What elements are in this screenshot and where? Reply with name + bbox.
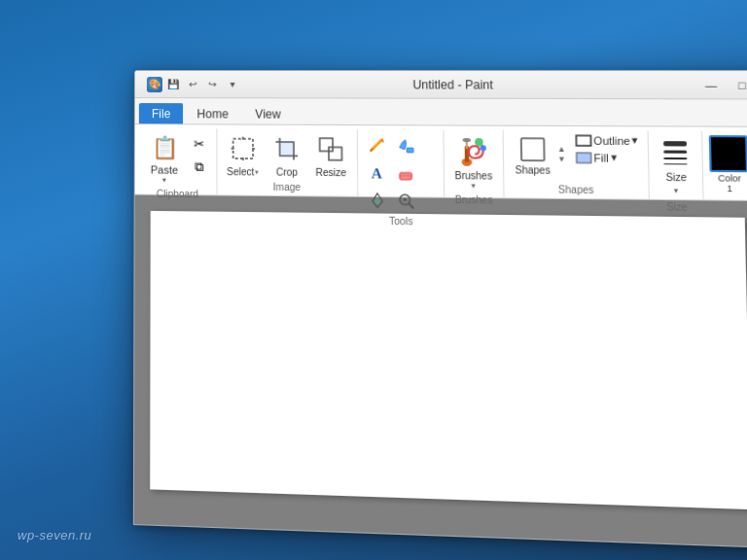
title-bar: 💾 ↩ ↪ ▾ Untitled - Paint — □ ✕ — [135, 71, 747, 100]
shape-scroll-down[interactable]: ▼ — [557, 156, 566, 163]
paste-label: Paste — [151, 163, 178, 175]
svg-rect-6 — [320, 138, 333, 151]
tab-home[interactable]: Home — [184, 103, 241, 123]
fill-label: Fill — [593, 152, 608, 164]
app-icon — [147, 77, 162, 92]
svg-rect-28 — [521, 138, 545, 160]
image-items: Select ▾ — [223, 129, 350, 181]
zoom-tool[interactable] — [393, 188, 419, 214]
svg-rect-29 — [576, 135, 590, 145]
fill-option[interactable]: Fill ▾ — [572, 150, 642, 165]
crop-tool[interactable]: Crop — [267, 131, 306, 178]
size-line-thick — [664, 141, 688, 146]
customize-quick-btn[interactable]: ▾ — [223, 76, 240, 93]
resize-label: Resize — [315, 167, 346, 179]
clipboard-label: Clipboard — [145, 187, 211, 203]
select-icon — [226, 131, 262, 167]
shapes-items: Shapes ▲ ▼ — [510, 130, 643, 183]
maximize-button[interactable]: □ — [728, 71, 747, 99]
size-arrow: ▾ — [674, 186, 679, 195]
svg-point-16 — [375, 199, 379, 203]
brushes-button[interactable]: Brushes ▾ — [450, 132, 497, 192]
crop-label: Crop — [276, 166, 298, 177]
drawing-canvas[interactable] — [150, 211, 747, 509]
colors-group: Color1 Color2 — [703, 131, 747, 202]
color-picker-tool[interactable] — [364, 188, 390, 214]
ribbon-tabs: File Home View — [135, 98, 747, 126]
color1-label: Color1 — [718, 174, 741, 194]
select-arrow: ▾ — [256, 168, 260, 176]
color1-container: Color1 — [709, 135, 747, 194]
shapes-label: Shapes — [510, 182, 642, 199]
outline-label: Outline — [593, 134, 630, 147]
svg-rect-7 — [329, 147, 342, 159]
redo-quick-btn[interactable]: ↪ — [203, 76, 221, 93]
image-label: Image — [224, 179, 351, 196]
resize-tool[interactable]: Resize — [310, 131, 351, 178]
shape-scroll-up[interactable]: ▲ — [557, 146, 566, 154]
fill-arrow: ▾ — [611, 151, 618, 164]
paste-button[interactable]: 📋 Paste ▾ — [145, 130, 184, 187]
colors-items: Color1 Color2 — [709, 131, 747, 201]
svg-rect-0 — [233, 139, 253, 158]
paint-window: 💾 ↩ ↪ ▾ Untitled - Paint — □ ✕ File Home… — [133, 70, 747, 549]
quick-access-toolbar: 💾 ↩ ↪ ▾ — [143, 76, 245, 93]
brushes-arrow: ▾ — [472, 181, 476, 190]
size-button[interactable]: Size ▾ — [656, 133, 697, 200]
text-tool[interactable]: A — [364, 159, 390, 186]
shapes-gallery-label: Shapes — [516, 164, 551, 176]
tab-view[interactable]: View — [242, 103, 294, 123]
svg-line-18 — [409, 204, 413, 208]
save-quick-btn[interactable]: 💾 — [164, 76, 182, 93]
fill-tool[interactable] — [392, 131, 418, 158]
paste-icon: 📋 — [149, 132, 180, 163]
shapes-gallery: Shapes ▲ ▼ — [510, 132, 566, 177]
brushes-group: Brushes ▾ Brushes — [445, 130, 505, 198]
svg-point-26 — [476, 138, 484, 146]
watermark: wp-seven.ru — [18, 528, 91, 542]
size-items: Size ▾ — [656, 131, 697, 200]
outline-arrow: ▾ — [632, 134, 639, 148]
brushes-group-label: Brushes — [450, 192, 496, 209]
svg-rect-30 — [576, 153, 590, 163]
tools-items: A — [364, 129, 438, 214]
size-line-thinnest — [664, 163, 688, 164]
tab-file[interactable]: File — [139, 103, 184, 123]
resize-icon — [312, 131, 348, 167]
brushes-label: Brushes — [454, 170, 492, 182]
tools-label: Tools — [365, 213, 438, 229]
size-line-thin — [664, 158, 688, 159]
size-group: Size ▾ Size — [649, 131, 704, 200]
crop-icon — [268, 131, 304, 167]
svg-rect-12 — [407, 148, 413, 153]
minimize-button[interactable]: — — [697, 71, 726, 99]
title-bar-controls: — □ ✕ — [697, 71, 747, 99]
clipboard-group: 📋 Paste ▾ ✂ ⧉ Clipboard — [139, 128, 218, 194]
ribbon: File Home View 📋 Paste ▾ ✂ — [135, 98, 747, 201]
svg-rect-5 — [280, 142, 294, 156]
copy-button[interactable]: ⧉ — [187, 157, 210, 178]
cut-button[interactable]: ✂ — [187, 132, 210, 154]
svg-text:A: A — [372, 165, 383, 182]
svg-line-8 — [333, 139, 340, 151]
ribbon-content: 📋 Paste ▾ ✂ ⧉ Clipboard — [135, 123, 747, 200]
outline-option[interactable]: Outline ▾ — [572, 132, 642, 148]
size-group-label: Size — [666, 199, 688, 216]
select-tool[interactable]: Select ▾ — [223, 131, 263, 178]
select-label: Select — [227, 166, 254, 177]
color1-swatch[interactable] — [709, 135, 747, 172]
undo-quick-btn[interactable]: ↩ — [184, 76, 201, 93]
pencil-tool[interactable] — [364, 131, 390, 158]
tools-group: A — [358, 129, 445, 197]
size-label: Size — [666, 172, 687, 184]
svg-rect-14 — [400, 173, 412, 180]
clipboard-items: 📋 Paste ▾ ✂ ⧉ — [145, 128, 211, 187]
window-body: File Home View 📋 Paste ▾ ✂ — [134, 98, 747, 548]
shapes-gallery-button[interactable]: Shapes — [510, 132, 555, 177]
clipboard-small-buttons: ✂ ⧉ — [187, 132, 210, 178]
brushes-items: Brushes ▾ — [450, 130, 497, 192]
shapes-options: Outline ▾ Fill ▾ — [572, 132, 643, 165]
eraser-tool[interactable] — [392, 159, 418, 186]
svg-point-27 — [480, 145, 486, 151]
shapes-group: Shapes ▲ ▼ — [503, 130, 650, 199]
